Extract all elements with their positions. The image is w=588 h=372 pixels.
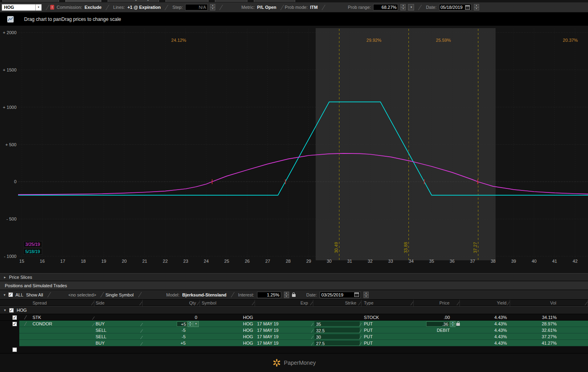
chart-header: Drag chart to panDrag prices to change s… <box>0 12 588 26</box>
step-input[interactable]: N/A <box>185 4 208 10</box>
model-value[interactable]: Bjerksund-Stensland <box>182 292 227 297</box>
spinner-down-icon[interactable] <box>363 295 369 298</box>
expand-icon[interactable] <box>4 275 6 279</box>
symbol-group-row[interactable]: HOG <box>0 306 588 314</box>
expiration-date-stepper[interactable] <box>474 4 479 10</box>
cell-side[interactable]: SELL <box>94 333 143 340</box>
tab-thinkback[interactable]: thinkBack <box>215 0 247 2</box>
cell-side[interactable] <box>94 314 143 321</box>
spinner-down-icon[interactable] <box>188 324 193 327</box>
column-header-price[interactable]: Price <box>414 300 460 306</box>
cell-side[interactable]: BUY <box>94 321 143 327</box>
column-header-yield[interactable]: Yield <box>460 300 510 306</box>
strike-input[interactable]: 32.5 <box>314 328 360 333</box>
all-checkbox[interactable] <box>8 292 13 297</box>
column-header-strike[interactable]: Strike <box>313 300 361 306</box>
row-checkbox[interactable] <box>12 322 17 326</box>
spinner-up-icon[interactable] <box>474 4 479 7</box>
tab-fundamentals[interactable]: Fundamentals <box>254 0 295 2</box>
interest-stepper[interactable] <box>284 292 289 298</box>
tab-economic-data[interactable]: Economic Data <box>165 0 209 2</box>
spinner-down-icon[interactable] <box>400 7 406 10</box>
qty-input[interactable]: +5 <box>177 321 187 327</box>
column-header-exp[interactable]: Exp <box>255 300 313 306</box>
plot-svg[interactable]: 30.4933.8837.271516171819202122232425262… <box>0 26 588 273</box>
tab-risk-profile[interactable]: Risk Profile <box>65 0 101 2</box>
prob-range-dropdown[interactable] <box>408 4 414 10</box>
y-tick-label: + 500 <box>5 142 16 147</box>
calendar-icon[interactable] <box>465 5 470 10</box>
spinner-up-icon[interactable] <box>188 321 193 324</box>
metric-value[interactable]: P/L Open <box>257 5 276 10</box>
position-row-leg-32-5[interactable]: SELL-5HOG17 MAY 1932.5PUTDEBIT4.43%32.61… <box>0 327 588 333</box>
chevron-down-icon[interactable] <box>4 293 6 297</box>
lock-icon[interactable] <box>292 294 296 297</box>
lines-value[interactable]: +1 @ Expiration <box>127 5 161 10</box>
spinner-up-icon[interactable] <box>363 292 369 295</box>
commission-value[interactable]: Exclude <box>85 5 102 10</box>
group-checkbox[interactable] <box>9 308 14 313</box>
spinner-up-icon[interactable] <box>284 292 289 295</box>
chevron-down-icon[interactable] <box>35 4 41 10</box>
chart-thumbnail-icon[interactable] <box>7 16 14 22</box>
price-stepper[interactable] <box>450 321 455 327</box>
cell-side[interactable]: BUY <box>94 340 143 346</box>
expiration-date-input[interactable]: 05/18/2019 <box>439 4 472 10</box>
position-row-leg-30[interactable]: SELL-5HOG17 MAY 1930PUT4.43%37.27% <box>0 333 588 340</box>
spinner-up-icon[interactable] <box>450 321 455 324</box>
price-input[interactable]: .36 <box>426 321 449 327</box>
tab-label: Economic Data <box>175 0 205 1</box>
footer: PaperMoney <box>0 354 588 372</box>
tab-probability-analysis[interactable]: Probability Analysis <box>108 0 159 2</box>
prob-range-input[interactable]: 68.27% <box>373 4 398 10</box>
spinner-up-icon[interactable] <box>400 4 406 7</box>
qty-stepper[interactable] <box>188 321 193 327</box>
cell-exp[interactable] <box>255 314 313 321</box>
column-header-vol[interactable]: Vol <box>510 300 588 306</box>
spinner-down-icon[interactable] <box>474 7 479 10</box>
column-header-side[interactable]: Side <box>94 300 143 306</box>
separator <box>318 5 325 10</box>
spinner-down-icon[interactable] <box>284 295 289 298</box>
position-row-stk[interactable]: STK0HOGSTOCK.004.43%34.11% <box>0 314 588 321</box>
empty-checkbox[interactable] <box>12 347 17 352</box>
interest-input[interactable]: 1.25% <box>257 292 281 298</box>
series-p-l-at-expiration-5-18-19 <box>18 102 588 195</box>
spinner-up-icon[interactable] <box>210 4 215 7</box>
tab-add-simulated-trades[interactable]: Add Simulated Trades <box>2 0 59 2</box>
position-row-condor[interactable]: CONDORBUY+5HOG17 MAY 1935PUT.364.43%28.9… <box>0 321 588 327</box>
cell-qty: -5 <box>143 333 200 340</box>
qty-dropdown[interactable] <box>193 321 199 327</box>
calendar-icon[interactable] <box>354 292 359 297</box>
cell-side[interactable]: SELL <box>94 327 143 333</box>
column-header-qty[interactable]: Qty <box>143 300 200 306</box>
cell-exp[interactable]: 17 MAY 19 <box>255 321 313 327</box>
spinner-down-icon[interactable] <box>210 7 215 10</box>
prob-mode-value[interactable]: ITM <box>310 5 318 10</box>
cell-exp[interactable]: 17 MAY 19 <box>255 327 313 333</box>
symbol-mode-dropdown[interactable]: Single Symbol <box>105 292 133 297</box>
cell-exp[interactable]: 17 MAY 19 <box>255 340 313 346</box>
chevron-down-icon[interactable] <box>4 308 6 312</box>
step-stepper[interactable] <box>210 4 215 10</box>
show-all-dropdown[interactable]: Show All <box>26 292 43 297</box>
column-header-type[interactable]: Type <box>361 300 414 306</box>
prob-range-stepper[interactable] <box>400 4 406 10</box>
positions-date-input[interactable]: 03/25/2019 <box>320 292 361 298</box>
strike-input[interactable]: 35 <box>314 321 360 327</box>
positions-date-stepper[interactable] <box>363 292 369 298</box>
strike-input[interactable]: 30 <box>314 334 360 339</box>
column-header-spread[interactable]: Spread <box>31 300 94 306</box>
risk-profile-chart[interactable]: 30.4933.8837.271516171819202122232425262… <box>0 26 588 273</box>
spinner-down-icon[interactable] <box>450 324 455 327</box>
price-slices-section[interactable]: Price Slices <box>0 273 588 281</box>
position-row-leg-27-5[interactable]: BUY+5HOG17 MAY 1927.5PUT4.43%41.27% <box>0 340 588 346</box>
positions-section-header[interactable]: Positions and Simulated Trades <box>0 281 588 290</box>
row-checkbox[interactable] <box>12 315 17 320</box>
cell-exp[interactable]: 17 MAY 19 <box>255 333 313 340</box>
group-by-dropdown[interactable]: <no selected> <box>68 292 96 297</box>
column-header-symbol[interactable]: Symbol <box>200 300 255 306</box>
strike-input[interactable]: 27.5 <box>314 341 360 346</box>
lock-icon[interactable] <box>456 323 460 326</box>
symbol-combo[interactable]: HOG <box>2 4 42 11</box>
